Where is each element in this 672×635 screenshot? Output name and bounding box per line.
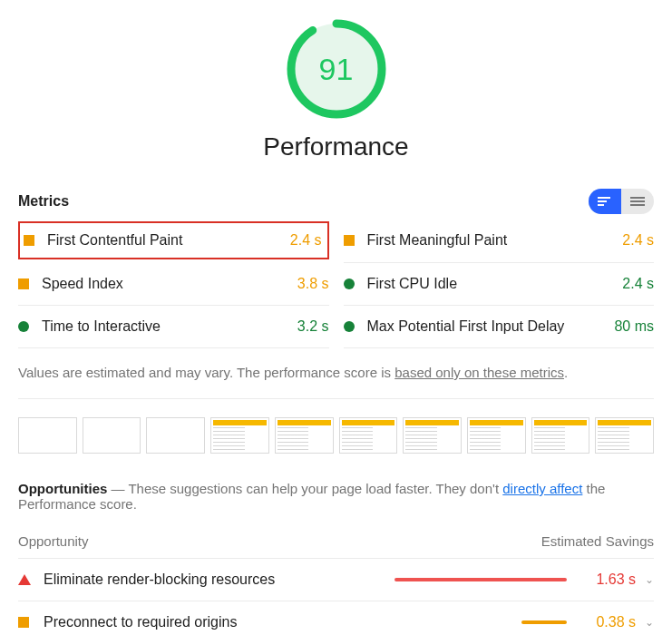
filmstrip: [18, 399, 654, 481]
toggle-compact-button[interactable]: [589, 189, 621, 214]
metric-row[interactable]: Max Potential First Input Delay80 ms: [344, 306, 655, 348]
metric-value: 2.4 s: [290, 232, 322, 249]
metric-value: 3.8 s: [297, 276, 329, 292]
opportunity-value: 0.38 s: [581, 614, 636, 630]
filmstrip-thumb: [210, 417, 269, 454]
svg-rect-2: [598, 197, 610, 199]
opportunity-row[interactable]: Preconnect to required origins0.38 s⌄: [18, 601, 654, 635]
opportunities-label: Opportunities: [18, 481, 107, 496]
filmstrip-thumb: [467, 417, 526, 454]
metric-row[interactable]: Time to Interactive3.2 s: [18, 306, 329, 348]
opportunity-name: Eliminate render-blocking resources: [44, 572, 385, 588]
toggle-expanded-button[interactable]: [621, 189, 654, 214]
metric-name: Max Potential First Input Delay: [367, 318, 565, 335]
metric-name: Time to Interactive: [42, 318, 161, 335]
view-toggle: [589, 189, 654, 214]
note-link[interactable]: based only on these metrics: [394, 365, 564, 380]
metrics-heading: Metrics: [18, 193, 69, 210]
metric-name: Speed Index: [42, 276, 123, 292]
square-icon: [18, 617, 29, 628]
filmstrip-thumb: [339, 417, 398, 454]
opp-col-name: Opportunity: [18, 533, 89, 549]
savings-bar: [394, 578, 567, 581]
performance-gauge: 91 Performance: [18, 18, 654, 161]
savings-bar: [521, 620, 567, 624]
note-suffix: .: [564, 365, 568, 380]
filmstrip-thumb: [531, 417, 590, 454]
circle-icon: [344, 278, 355, 289]
opportunities-header: Opportunity Estimated Savings: [18, 521, 654, 559]
metrics-note: Values are estimated and may vary. The p…: [18, 348, 654, 399]
filmstrip-thumb: [83, 417, 141, 454]
square-icon: [18, 278, 29, 289]
filmstrip-thumb: [18, 417, 77, 454]
circle-icon: [344, 321, 355, 332]
svg-rect-4: [598, 204, 604, 206]
metric-row[interactable]: Speed Index3.8 s: [18, 263, 329, 306]
filmstrip-thumb: [275, 417, 334, 454]
metric-row[interactable]: First Contentful Paint2.4 s: [18, 221, 329, 259]
metric-name: First CPU Idle: [367, 276, 458, 292]
metric-name: First Contentful Paint: [47, 232, 182, 249]
chevron-down-icon: ⌄: [645, 573, 654, 586]
opportunity-value: 1.63 s: [581, 572, 636, 588]
opportunities-link[interactable]: directly affect: [502, 481, 582, 496]
square-icon: [24, 235, 34, 246]
svg-rect-6: [630, 200, 645, 202]
opportunities-mid: — These suggestions can help your page l…: [107, 481, 502, 496]
list-full-icon: [630, 196, 645, 207]
note-text: Values are estimated and may vary. The p…: [18, 365, 394, 380]
gauge-score: 91: [286, 18, 387, 120]
metric-value: 3.2 s: [297, 318, 329, 335]
circle-icon: [18, 321, 29, 332]
metric-row[interactable]: First Meaningful Paint2.4 s: [344, 218, 655, 263]
list-short-icon: [598, 196, 612, 207]
filmstrip-thumb: [595, 417, 654, 454]
filmstrip-thumb: [403, 417, 462, 454]
opp-col-savings: Estimated Savings: [541, 533, 654, 549]
svg-rect-5: [630, 197, 645, 199]
metric-row[interactable]: First CPU Idle2.4 s: [344, 263, 655, 306]
chevron-down-icon: ⌄: [645, 616, 654, 629]
gauge-ring: 91: [286, 18, 387, 120]
svg-rect-7: [630, 204, 645, 206]
metric-value: 2.4 s: [622, 276, 654, 292]
svg-rect-3: [598, 200, 607, 202]
opportunity-row[interactable]: Eliminate render-blocking resources1.63 …: [18, 559, 654, 601]
metric-value: 2.4 s: [622, 232, 654, 249]
gauge-title: Performance: [263, 132, 408, 161]
metric-value: 80 ms: [614, 318, 654, 335]
metric-name: First Meaningful Paint: [367, 232, 508, 249]
opportunity-name: Preconnect to required origins: [44, 614, 385, 630]
filmstrip-thumb: [146, 417, 205, 454]
triangle-icon: [18, 574, 31, 585]
square-icon: [344, 235, 355, 246]
opportunities-intro: Opportunities — These suggestions can he…: [18, 481, 654, 521]
